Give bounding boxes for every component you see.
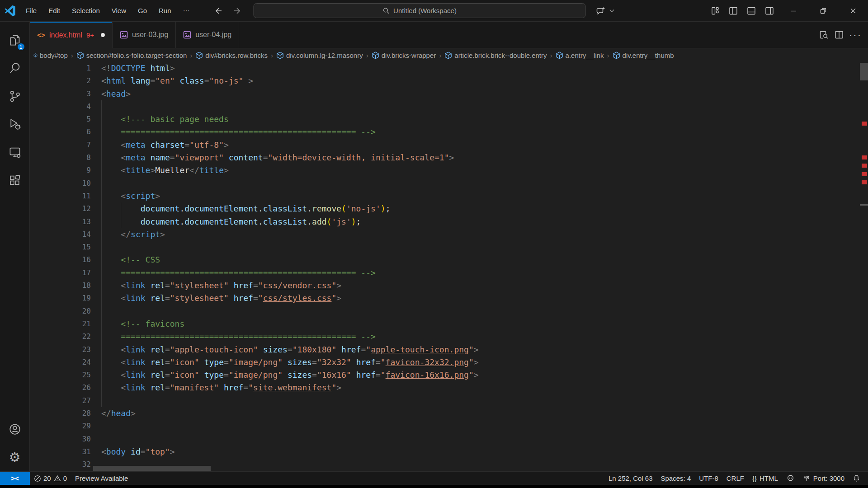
line-number[interactable]: 4 [30, 100, 91, 113]
toggle-panel-icon[interactable] [742, 3, 760, 19]
menu-item-run[interactable]: Run [153, 4, 177, 17]
code-line-content[interactable]: <link rel="icon" type="image/png" sizes=… [101, 369, 479, 381]
code-line-content[interactable]: <link rel="stylesheet" href="css/styles.… [101, 292, 341, 305]
breadcrumb-item[interactable]: div.entry__thumb [613, 52, 674, 59]
code-line[interactable]: 31<body id="top"> [30, 446, 868, 458]
sidebar-item-remote-explorer[interactable] [1, 138, 29, 166]
more-actions-icon[interactable]: ··· [849, 33, 862, 38]
code-line-content[interactable]: </head> [101, 407, 136, 420]
line-number[interactable]: 31 [30, 446, 91, 458]
breadcrumb-item[interactable]: div#bricks.row.bricks [195, 52, 268, 59]
line-number[interactable]: 8 [30, 151, 91, 164]
breadcrumb-item[interactable]: div.bricks-wrapper [372, 52, 436, 59]
code-line[interactable]: 21 <!-- favicons [30, 318, 868, 330]
line-number[interactable]: 14 [30, 228, 91, 241]
sidebar-item-extensions[interactable] [1, 166, 29, 194]
code-line[interactable]: 3<head> [30, 88, 868, 100]
modified-dot-icon[interactable] [101, 33, 105, 37]
open-preview-icon[interactable] [818, 29, 829, 40]
code-editor[interactable]: 1<!DOCTYPE html>2<html lang="en" class="… [30, 62, 868, 471]
line-number[interactable]: 21 [30, 318, 91, 330]
code-line-content[interactable]: <!DOCTYPE html> [101, 62, 175, 75]
toggle-secondary-sidebar-icon[interactable] [760, 3, 778, 19]
vertical-scrollbar-thumb[interactable] [860, 63, 868, 80]
navigate-forward-icon[interactable] [233, 6, 242, 15]
code-line-content[interactable]: <!--- basic page needs [101, 113, 229, 126]
code-line[interactable]: 24 <link rel="icon" type="image/png" siz… [30, 356, 868, 369]
code-line-content[interactable]: <link rel="stylesheet" href="css/vendor.… [101, 279, 341, 292]
code-line-content[interactable]: <script> [101, 190, 160, 202]
code-line[interactable]: 30 [30, 433, 868, 446]
code-line[interactable]: 8 <meta name="viewport" content="width=d… [30, 151, 868, 164]
menu-item-file[interactable]: File [20, 4, 42, 17]
code-line-content[interactable]: <!-- favicons [101, 318, 184, 330]
line-number[interactable]: 24 [30, 356, 91, 369]
preview-available-status[interactable]: Preview Available [71, 472, 132, 485]
line-number[interactable]: 7 [30, 139, 91, 151]
chevron-down-icon[interactable] [609, 9, 615, 13]
line-number[interactable]: 22 [30, 330, 91, 343]
code-line[interactable]: 16 <!-- CSS [30, 253, 868, 266]
code-line-content[interactable]: <link rel="manifest" href="site.webmanif… [101, 381, 341, 394]
code-line[interactable]: 27 [30, 394, 868, 407]
code-line[interactable]: 10 [30, 177, 868, 190]
sidebar-item-explorer[interactable]: 1 [1, 26, 29, 54]
code-line-content[interactable]: <html lang="en" class="no-js" > [101, 75, 253, 87]
navigate-back-icon[interactable] [214, 6, 223, 15]
code-line-content[interactable]: <link rel="icon" type="image/png" sizes=… [101, 356, 479, 369]
sidebar-item-run-and-debug[interactable] [1, 110, 29, 138]
line-number[interactable]: 3 [30, 88, 91, 100]
line-number[interactable]: 15 [30, 241, 91, 253]
code-line[interactable]: 26 <link rel="manifest" href="site.webma… [30, 381, 868, 394]
encoding-status[interactable]: UTF-8 [695, 472, 722, 485]
code-line[interactable]: 23 <link rel="apple-touch-icon" sizes="1… [30, 343, 868, 356]
code-line[interactable]: 18 <link rel="stylesheet" href="css/vend… [30, 279, 868, 292]
account-icon[interactable] [1, 415, 29, 443]
code-line-content[interactable]: <!-- CSS [101, 253, 160, 266]
code-line[interactable]: 17 =====================================… [30, 267, 868, 279]
code-line[interactable]: 25 <link rel="icon" type="image/png" siz… [30, 369, 868, 381]
menu-item-[interactable]: ⋯ [177, 4, 196, 18]
code-line[interactable]: 4 [30, 100, 868, 113]
line-number[interactable]: 12 [30, 202, 91, 215]
code-line[interactable]: 13 document.documentElement.classList.ad… [30, 216, 868, 228]
sidebar-item-source-control[interactable] [1, 82, 29, 110]
code-line[interactable]: 15 [30, 241, 868, 253]
notifications-bell-icon[interactable] [849, 472, 864, 485]
code-line-content[interactable]: document.documentElement.classList.remov… [101, 202, 390, 215]
breadcrumb-item[interactable]: section#folio.s-folio.target-section [76, 52, 187, 59]
breadcrumb-item[interactable]: div.column.lg-12.masonry [276, 52, 363, 59]
indentation-status[interactable]: Spaces: 4 [657, 472, 695, 485]
code-line-content[interactable]: ========================================… [101, 126, 376, 138]
code-line[interactable]: 28</head> [30, 407, 868, 420]
line-number[interactable]: 29 [30, 420, 91, 432]
line-number[interactable]: 5 [30, 113, 91, 126]
code-line-content[interactable]: <head> [101, 88, 131, 100]
restore-button[interactable] [808, 0, 838, 22]
line-number[interactable]: 6 [30, 126, 91, 138]
code-line[interactable]: 14 </script> [30, 228, 868, 241]
line-number[interactable]: 1 [30, 62, 91, 75]
line-number[interactable]: 11 [30, 190, 91, 202]
code-line-content[interactable]: </script> [101, 228, 165, 241]
code-line[interactable]: 9 <title>Mueller</title> [30, 164, 868, 177]
code-line-content[interactable]: document.documentElement.classList.add('… [101, 216, 361, 228]
line-number[interactable]: 32 [30, 458, 91, 471]
line-number[interactable]: 17 [30, 267, 91, 279]
code-line[interactable]: 2<html lang="en" class="no-js" > [30, 75, 868, 87]
line-number[interactable]: 27 [30, 394, 91, 407]
line-number[interactable]: 9 [30, 164, 91, 177]
code-line-content[interactable]: <meta name="viewport" content="width=dev… [101, 151, 454, 164]
code-line[interactable]: 22 =====================================… [30, 330, 868, 343]
code-line[interactable]: 11 <script> [30, 190, 868, 202]
line-number[interactable]: 20 [30, 305, 91, 318]
code-line-content[interactable]: <meta charset="utf-8"> [101, 139, 229, 151]
line-number[interactable]: 10 [30, 177, 91, 190]
code-line[interactable]: 5 <!--- basic page needs [30, 113, 868, 126]
code-line[interactable]: 19 <link rel="stylesheet" href="css/styl… [30, 292, 868, 305]
code-line[interactable]: 7 <meta charset="utf-8"> [30, 139, 868, 151]
code-line-content[interactable]: ========================================… [101, 267, 376, 279]
line-number[interactable]: 23 [30, 343, 91, 356]
remote-indicator[interactable]: >< [0, 472, 30, 485]
breadcrumb-item[interactable]: body#top [33, 52, 68, 59]
